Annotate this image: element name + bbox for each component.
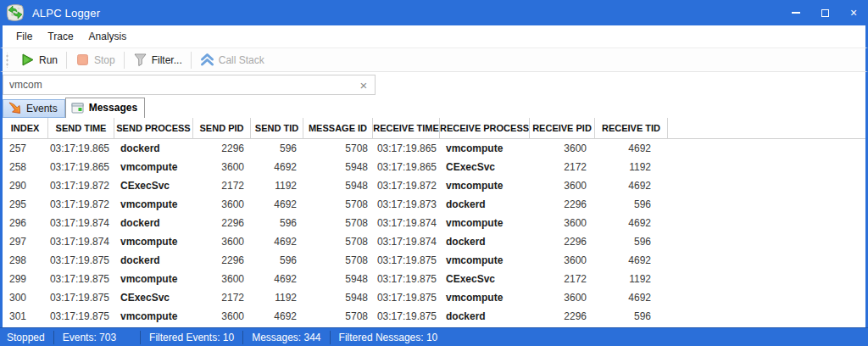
cell-send-time: 03:17:19.865 [48,158,114,176]
cell-receive-pid: 2172 [530,270,595,288]
cell-send-pid: 3600 [193,307,251,326]
messages-window-icon [71,102,85,114]
col-header-message-id[interactable]: MESSAGE ID [303,118,373,139]
cell-filler [668,251,865,270]
run-label: Run [39,54,58,66]
alpc-logger-window: ALPC Logger × File Trace Analysis Run [0,0,868,346]
events-arrow-icon [8,102,22,114]
cell-receive-time: 03:17:19.872 [373,176,440,195]
col-header-send-time[interactable]: SEND TIME [48,118,114,139]
cell-send-process: dockerd [114,214,193,232]
call-stack-button[interactable]: Call Stack [194,50,270,70]
cell-send-process: vmcompute [114,195,193,214]
cell-message-id: 5708 [303,232,373,251]
cell-filler [668,214,865,232]
cell-receive-pid: 3600 [530,288,595,307]
menu-trace[interactable]: Trace [40,27,81,46]
cell-send-pid: 3600 [193,195,251,214]
cell-send-time: 03:17:19.872 [48,176,114,195]
col-header-receive-process[interactable]: RECEIVE PROCESS [440,118,530,139]
cell-send-time: 03:17:19.875 [48,270,114,288]
call-stack-label: Call Stack [219,54,264,66]
cell-receive-tid: 4692 [595,288,668,307]
cell-receive-process: dockerd [440,195,530,214]
menu-analysis[interactable]: Analysis [81,27,135,46]
cell-receive-time: 03:17:19.874 [373,214,440,232]
cell-send-time: 03:17:19.875 [48,307,114,326]
cell-message-id: 5708 [303,139,373,158]
cell-receive-tid: 4692 [595,214,668,232]
col-header-filler [668,118,865,139]
cell-send-time: 03:17:19.874 [48,214,114,232]
status-state: Stopped [0,332,53,343]
cell-filler [668,139,865,158]
cell-receive-time: 03:17:19.873 [373,195,440,214]
search-input[interactable] [3,75,376,95]
col-header-index[interactable]: INDEX [3,118,48,139]
cell-send-time: 03:17:19.875 [48,288,114,307]
table-row[interactable]: 295 03:17:19.872 vmcompute 3600 4692 570… [3,195,865,214]
cell-send-pid: 3600 [193,158,251,176]
cell-send-process: vmcompute [114,270,193,288]
clear-search-icon[interactable]: × [355,76,372,93]
table-row[interactable]: 296 03:17:19.874 dockerd 2296 596 5708 0… [3,214,865,232]
table-row[interactable]: 297 03:17:19.874 vmcompute 3600 4692 570… [3,232,865,251]
table-row[interactable]: 298 03:17:19.875 dockerd 2296 596 5708 0… [3,251,865,270]
cell-index: 295 [3,195,48,214]
search-row: × [0,72,868,97]
tab-strip: Events Messages [0,97,868,118]
table-row[interactable]: 258 03:17:19.865 vmcompute 3600 4692 594… [3,158,865,176]
col-header-send-pid[interactable]: SEND PID [193,118,251,139]
cell-send-pid: 2296 [193,251,251,270]
table-row[interactable]: 300 03:17:19.875 CExecSvc 2172 1192 5948… [3,288,865,307]
cell-index: 298 [3,251,48,270]
window-controls: × [782,0,868,25]
table-row[interactable]: 257 03:17:19.865 dockerd 2296 596 5708 0… [3,139,865,158]
cell-send-tid: 1192 [251,288,303,307]
col-header-send-tid[interactable]: SEND TID [251,118,303,139]
minimize-button[interactable] [782,0,810,25]
cell-filler [668,232,865,251]
col-header-receive-pid[interactable]: RECEIVE PID [530,118,595,139]
toolbar: Run Stop Filter... Call Stack [0,47,868,72]
cell-send-tid: 4692 [251,195,303,214]
menu-file[interactable]: File [8,27,40,46]
close-button[interactable]: × [839,0,868,25]
tab-messages[interactable]: Messages [65,98,145,118]
cell-receive-tid: 1192 [595,158,668,176]
tab-events[interactable]: Events [3,99,65,118]
col-header-receive-tid[interactable]: RECEIVE TID [595,118,668,139]
col-header-send-process[interactable]: SEND PROCESS [114,118,193,139]
cell-send-tid: 1192 [251,176,303,195]
col-header-receive-time[interactable]: RECEIVE TIME [373,118,440,139]
cell-receive-time: 03:17:19.865 [373,158,440,176]
toolbar-separator [124,52,125,69]
table-body: 257 03:17:19.865 dockerd 2296 596 5708 0… [3,139,865,327]
minimize-icon [792,12,800,14]
cell-receive-tid: 596 [595,195,668,214]
cell-filler [668,307,865,326]
cell-send-process: CExecSvc [114,288,193,307]
cell-send-pid: 3600 [193,270,251,288]
cell-message-id: 5708 [303,214,373,232]
cell-receive-pid: 2172 [530,158,595,176]
cell-receive-time: 03:17:19.875 [373,288,440,307]
status-events: Events: 703 [54,332,125,343]
cell-send-pid: 2296 [193,139,251,158]
table-row[interactable]: 301 03:17:19.875 vmcompute 3600 4692 570… [3,307,865,326]
cell-receive-pid: 3600 [530,214,595,232]
run-button[interactable]: Run [14,50,64,70]
table-row[interactable]: 290 03:17:19.872 CExecSvc 2172 1192 5948… [3,176,865,195]
maximize-button[interactable] [810,0,839,25]
stop-button[interactable]: Stop [70,50,121,70]
cell-filler [668,288,865,307]
table-row[interactable]: 299 03:17:19.875 vmcompute 3600 4692 594… [3,270,865,288]
toolbar-separator [191,52,192,69]
cell-receive-process: vmcompute [440,214,530,232]
cell-receive-time: 03:17:19.874 [373,232,440,251]
filter-button[interactable]: Filter... [127,50,188,70]
table-header: INDEX SEND TIME SEND PROCESS SEND PID SE… [3,118,865,139]
cell-message-id: 5948 [303,176,373,195]
toolbar-grip[interactable] [5,53,9,68]
cell-message-id: 5708 [303,251,373,270]
